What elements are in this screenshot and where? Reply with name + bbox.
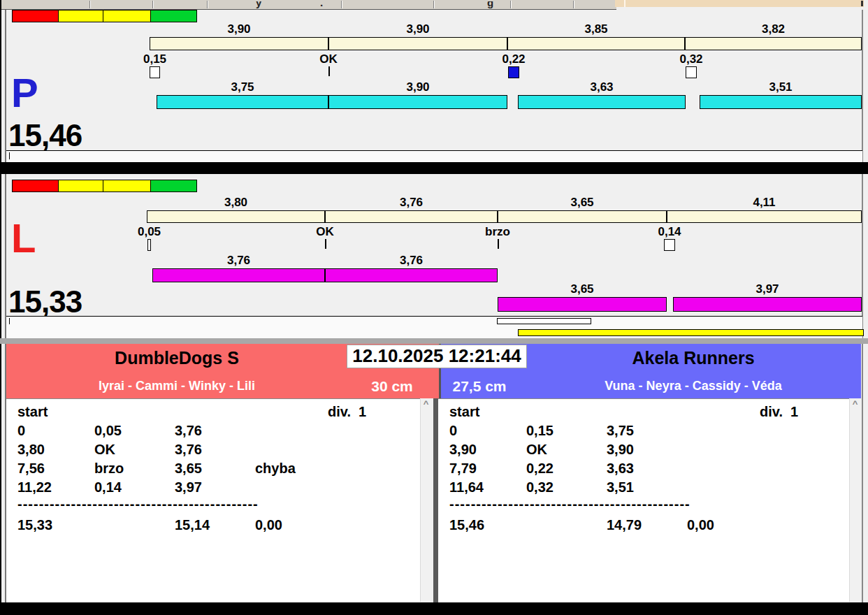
- datetime-display: 12.10.2025 12:21:44: [347, 345, 527, 368]
- split-time-label: 4,11: [753, 196, 775, 210]
- scroll-up-icon[interactable]: ^: [850, 399, 860, 409]
- table-total-cell: 14,79: [607, 517, 642, 533]
- toolbar-tan-panel: [615, 0, 864, 7]
- lane-l-total-time: 15,33: [8, 287, 82, 317]
- scrollbar-left[interactable]: ^: [420, 399, 431, 602]
- dog-time-bar: [498, 297, 667, 312]
- scroll-up-icon[interactable]: ^: [421, 399, 431, 409]
- dog-time-label: 3,51: [769, 80, 792, 94]
- table-cell: 3,75: [607, 423, 634, 439]
- dog-time-bar: [157, 95, 328, 109]
- table-cell: 3,76: [175, 423, 202, 439]
- table-divider: [433, 398, 438, 602]
- table-cell: 0: [449, 423, 457, 439]
- dog-time-bar: [673, 297, 862, 312]
- toolbar-separator: [89, 1, 91, 8]
- window-border-right-inner: [862, 10, 863, 602]
- table-cell: 3,51: [607, 479, 634, 495]
- changeover-tick-mark: [498, 239, 499, 249]
- table-cell: 3,80: [17, 442, 45, 458]
- split-time-label: 3,90: [406, 22, 429, 36]
- toolbar-strip[interactable]: [0, 0, 616, 10]
- table-total-cell: 0,00: [255, 517, 282, 533]
- table-cell: 0: [17, 423, 25, 439]
- table-cell: chyba: [255, 461, 296, 477]
- traffic-light-cell: [58, 10, 103, 22]
- split-bar-divider: [507, 37, 508, 50]
- dog-names-right: Vuna - Neyra - Cassidy - Véda: [605, 379, 781, 393]
- section-divider-strip: [0, 338, 868, 344]
- traffic-light-cell: [58, 180, 103, 192]
- table-cell: 3,90: [607, 442, 634, 458]
- lane-p-split-bar: [150, 37, 862, 50]
- table-total-cell: 15,14: [175, 517, 210, 533]
- table-cell: 0,22: [526, 461, 554, 477]
- toolbar-separator: [573, 1, 574, 8]
- team-name-right: Akela Runners: [632, 348, 754, 368]
- dog-time-label: 3,75: [231, 80, 254, 94]
- lane-letter-p: P: [11, 73, 38, 113]
- changeover-label: 0,14: [658, 225, 681, 239]
- traffic-light-cell: [103, 180, 151, 192]
- traffic-light-cell: [103, 10, 151, 22]
- toolbar-separator: [510, 1, 512, 8]
- table-left-header-division: div. 1: [328, 404, 366, 420]
- changeover-box-mark: [686, 66, 697, 78]
- table-right-header-start: start: [449, 404, 479, 420]
- table-total-cell: 15,33: [17, 517, 52, 533]
- table-total-cell: 15,46: [449, 517, 484, 533]
- changeover-label: 0,15: [143, 52, 166, 66]
- dog-time-label: 3,76: [400, 254, 423, 268]
- changeover-label: OK: [319, 52, 338, 66]
- dog-time-bar: [325, 268, 498, 282]
- table-cell: 11,22: [17, 479, 52, 495]
- table-cell: 0,32: [526, 479, 554, 495]
- table-cell: 3,97: [175, 479, 202, 495]
- split-bar-divider: [497, 210, 498, 223]
- split-time-label: 3,80: [224, 196, 247, 210]
- dog-time-bar: [518, 95, 686, 109]
- changeover-tick-mark: [328, 66, 330, 76]
- table-cell: OK: [94, 442, 115, 458]
- bottom-black-strip: [0, 602, 868, 615]
- table-cell: 3,65: [175, 461, 202, 477]
- lane-l-split-bar: [147, 210, 862, 223]
- split-time-label: 3,82: [762, 22, 785, 36]
- table-cell: OK: [526, 442, 547, 458]
- split-time-label: 3,85: [584, 22, 607, 36]
- lane-letter-l: L: [11, 218, 36, 259]
- toolbar-text-fragment: g: [487, 1, 497, 9]
- toolbar-tan-divider: [624, 0, 625, 7]
- changeover-box-mark: [664, 239, 675, 251]
- lane-l-cursor-tick: [9, 318, 10, 324]
- team-name-left: DumbleDogs S: [115, 348, 239, 368]
- split-bar-divider: [684, 37, 686, 50]
- lane-p-total-time: 15,46: [8, 120, 82, 151]
- dog-time-bar: [700, 95, 862, 109]
- dog-time-label: 3,90: [406, 80, 429, 94]
- dog-time-bar: [152, 268, 325, 282]
- table-total-cell: 0,00: [687, 517, 714, 533]
- scrollbar-right[interactable]: ^: [849, 399, 860, 602]
- toolbar-tan-notch: [861, 1, 863, 6]
- lane-progress-bar: [518, 329, 864, 336]
- changeover-label: brzo: [485, 225, 510, 239]
- table-right-header-division: div. 1: [760, 404, 798, 420]
- table-cell: 0,15: [526, 423, 554, 439]
- table-cell: 7,56: [17, 461, 45, 477]
- changeover-label: 0,05: [138, 225, 161, 239]
- toolbar-text-fragment: y: [256, 1, 266, 9]
- table-cell: brzo: [94, 461, 124, 477]
- table-cell: 0,14: [94, 479, 122, 495]
- toolbar-text-fragment: .: [320, 1, 330, 9]
- table-left-header-start: start: [17, 404, 48, 420]
- dog-names-left: Iyrai - Cammi - Winky - Lili: [99, 379, 255, 393]
- changeover-box-mark: [147, 239, 151, 251]
- traffic-light-cell: [150, 10, 197, 22]
- changeover-label: 0,32: [679, 52, 702, 66]
- split-bar-divider: [324, 210, 326, 223]
- table-cell: 7,79: [449, 461, 477, 477]
- dog-time-label: 3,63: [590, 80, 613, 94]
- lane-p-subrow: [6, 151, 862, 162]
- dog-time-label: 3,76: [227, 254, 250, 268]
